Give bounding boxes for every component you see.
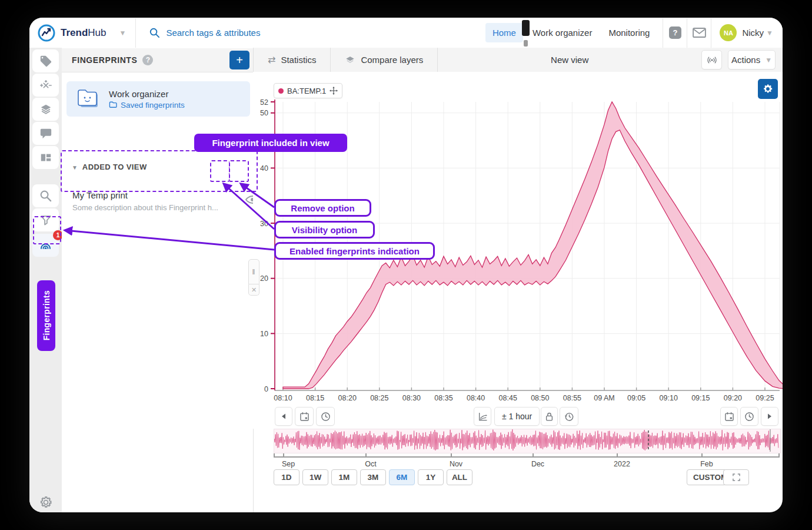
work-organizer-card[interactable]: Work organizer Saved fingerprints	[66, 81, 250, 117]
tab-statistics[interactable]: ⇄ Statistics	[253, 48, 331, 72]
y-axis-label: 50	[260, 109, 268, 117]
x-axis-label: 09:10	[660, 394, 678, 402]
y-axis-label: 40	[260, 164, 268, 173]
chart-settings-button[interactable]	[758, 79, 778, 99]
fingerprint-item-description: Some description about this Fingerprint …	[72, 203, 218, 212]
x-axis-label: 09:25	[756, 394, 774, 402]
history-button[interactable]	[560, 407, 578, 426]
app-window: TrendHub ▼ Search tags & attributes Home…	[29, 18, 783, 512]
month-label: Nov	[450, 460, 463, 468]
month-label: Sep	[282, 460, 295, 468]
help-button[interactable]: ?	[663, 21, 687, 45]
brand[interactable]: TrendHub	[29, 24, 106, 42]
zoom-preset-1d[interactable]: 1D	[274, 469, 299, 485]
zoom-preset-1y[interactable]: 1Y	[418, 469, 444, 485]
end-time-button[interactable]	[740, 407, 758, 426]
search-bar[interactable]: Search tags & attributes	[136, 27, 485, 38]
y-axis-label: 52	[260, 98, 268, 107]
compare-trends-icon	[478, 412, 488, 422]
zoom-preset-6m[interactable]: 6M	[389, 469, 415, 485]
lock-icon	[545, 412, 554, 422]
rail-dashboard-button[interactable]	[32, 146, 59, 169]
panel-title: FINGERPRINTS	[72, 55, 137, 65]
actions-button[interactable]: Actions ▼	[728, 50, 776, 69]
step-back-button[interactable]	[275, 407, 292, 426]
nav-monitoring[interactable]: Monitoring	[601, 23, 657, 42]
zoom-preset-1m[interactable]: 1M	[331, 469, 357, 485]
callout-enabled-indication: Enabled fingerprints indication	[274, 242, 435, 260]
rail-fingerprints-button[interactable]: 1	[32, 234, 59, 257]
tab-compare-layers[interactable]: Compare layers	[331, 48, 438, 72]
x-axis-label: 08:25	[370, 394, 388, 402]
callout-visibility-option: Visibility option	[274, 221, 375, 238]
rail-formulas-button[interactable]	[32, 74, 59, 97]
x-axis-label: 08:45	[499, 394, 517, 402]
brand-name: TrendHub	[61, 27, 106, 39]
messages-button[interactable]	[687, 21, 711, 45]
x-axis-label: 08:10	[274, 394, 292, 402]
context-mini-chart[interactable]	[274, 429, 781, 453]
month-label: 2022	[614, 460, 630, 468]
y-axis-label: 10	[260, 330, 268, 338]
layers-icon	[345, 55, 355, 65]
time-range-label: ± 1 hour	[495, 412, 539, 421]
chevron-left-icon	[281, 413, 286, 419]
fingerprint-list-item[interactable]: My Temp print Some description about thi…	[72, 190, 218, 212]
panel-resize-handle[interactable]: ‖ ✕	[248, 259, 259, 296]
user-menu[interactable]: NA Nicky ▼	[711, 24, 783, 41]
add-fingerprint-button[interactable]: +	[229, 51, 249, 69]
comment-icon	[39, 127, 52, 140]
rail-tags-button[interactable]	[32, 49, 59, 72]
trend-chart[interactable]: 08:1008:1508:2008:2508:3008:3508:4008:45…	[253, 72, 783, 407]
x-axis-label: 08:55	[563, 394, 581, 402]
move-cross-icon[interactable]	[330, 87, 338, 95]
tag-icon	[39, 55, 52, 68]
fit-range-button[interactable]	[723, 469, 749, 485]
zoom-preset-3m[interactable]: 3M	[360, 469, 386, 485]
nav-work-organizer[interactable]: Work organizer	[525, 23, 599, 42]
fingerprint-item-title: My Temp print	[72, 190, 218, 200]
rail-comments-button[interactable]	[32, 122, 59, 145]
rail-settings-button[interactable]	[32, 491, 59, 512]
history-icon	[564, 412, 574, 422]
expand-icon	[733, 473, 740, 481]
panel-help-icon[interactable]: ?	[142, 55, 153, 65]
zoom-preset-1w[interactable]: 1W	[302, 469, 328, 485]
context-selection-knob[interactable]	[524, 40, 528, 47]
user-chevron-down-icon: ▼	[766, 29, 773, 37]
search-icon	[39, 189, 52, 203]
folder-icon	[109, 101, 117, 108]
time-navigation-bar: ± 1 hour	[253, 407, 783, 429]
start-calendar-button[interactable]	[295, 407, 314, 426]
month-label: Oct	[365, 460, 377, 468]
x-axis-label: 09:05	[627, 394, 645, 402]
x-axis-label: 09 AM	[594, 394, 614, 402]
drag-grip-icon[interactable]: ‖	[248, 259, 259, 284]
search-input[interactable]: Search tags & attributes	[166, 28, 260, 38]
month-label: Feb	[700, 460, 713, 468]
start-time-button[interactable]	[316, 407, 335, 426]
rail-search-button[interactable]	[32, 184, 59, 207]
context-selection-handle[interactable]	[522, 20, 530, 36]
rail-layers-button[interactable]	[32, 98, 59, 121]
fingerprints-panel-tab[interactable]: Fingerprints	[37, 280, 55, 351]
step-forward-button[interactable]	[761, 407, 778, 426]
zoom-preset-all[interactable]: ALL	[447, 469, 472, 485]
compare-trends-button[interactable]	[474, 407, 491, 426]
broadcast-icon	[706, 55, 718, 65]
lock-range-button[interactable]	[541, 407, 558, 426]
dashboard-icon	[39, 151, 52, 164]
collapse-panel-button[interactable]: ✕	[248, 284, 259, 296]
tag-chip[interactable]: BA:TEMP.1	[274, 83, 342, 98]
added-to-view-section[interactable]: ▼ ADDED TO VIEW	[72, 163, 147, 171]
saved-fingerprints-link[interactable]: Saved fingerprints	[109, 101, 185, 110]
y-axis-label: 20	[260, 274, 268, 283]
broadcast-button[interactable]	[701, 50, 722, 69]
mail-icon	[693, 28, 706, 38]
time-range-button[interactable]: ± 1 hour	[494, 407, 540, 426]
end-calendar-button[interactable]	[720, 407, 738, 426]
chevron-down-icon: ▼	[765, 56, 772, 64]
nav-home[interactable]: Home	[485, 23, 523, 42]
rail-filter-button[interactable]	[32, 208, 59, 231]
brand-chevron-down-icon[interactable]: ▼	[119, 29, 126, 37]
